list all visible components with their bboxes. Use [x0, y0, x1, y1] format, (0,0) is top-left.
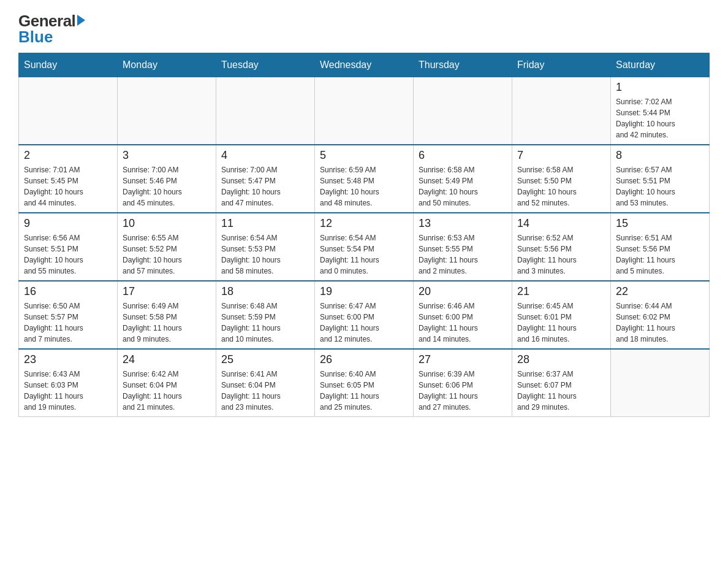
- day-info: Sunrise: 6:43 AM Sunset: 6:03 PM Dayligh…: [24, 369, 112, 413]
- calendar-table: SundayMondayTuesdayWednesdayThursdayFrid…: [18, 53, 710, 417]
- day-number: 28: [517, 353, 605, 366]
- calendar-cell: 9Sunrise: 6:56 AM Sunset: 5:51 PM Daylig…: [19, 213, 118, 281]
- day-number: 6: [419, 149, 507, 162]
- day-info: Sunrise: 6:49 AM Sunset: 5:58 PM Dayligh…: [123, 301, 211, 345]
- calendar-header-saturday: Saturday: [611, 53, 710, 77]
- calendar-cell: 2Sunrise: 7:01 AM Sunset: 5:45 PM Daylig…: [19, 145, 118, 213]
- calendar-week-row: 1Sunrise: 7:02 AM Sunset: 5:44 PM Daylig…: [19, 77, 710, 145]
- day-info: Sunrise: 6:55 AM Sunset: 5:52 PM Dayligh…: [123, 232, 211, 277]
- calendar-header-monday: Monday: [118, 53, 216, 77]
- day-info: Sunrise: 6:39 AM Sunset: 6:06 PM Dayligh…: [419, 369, 507, 413]
- calendar-cell: [216, 77, 315, 145]
- calendar-week-row: 9Sunrise: 6:56 AM Sunset: 5:51 PM Daylig…: [19, 213, 710, 281]
- day-info: Sunrise: 6:58 AM Sunset: 5:50 PM Dayligh…: [517, 164, 605, 209]
- calendar-cell: 4Sunrise: 7:00 AM Sunset: 5:47 PM Daylig…: [216, 145, 315, 213]
- day-info: Sunrise: 6:59 AM Sunset: 5:48 PM Dayligh…: [320, 164, 408, 209]
- calendar-cell: 20Sunrise: 6:46 AM Sunset: 6:00 PM Dayli…: [414, 281, 512, 349]
- day-info: Sunrise: 7:00 AM Sunset: 5:46 PM Dayligh…: [123, 164, 211, 209]
- calendar-cell: 23Sunrise: 6:43 AM Sunset: 6:03 PM Dayli…: [19, 349, 118, 417]
- calendar-cell: 8Sunrise: 6:57 AM Sunset: 5:51 PM Daylig…: [611, 145, 710, 213]
- day-info: Sunrise: 6:58 AM Sunset: 5:49 PM Dayligh…: [419, 164, 507, 209]
- day-number: 3: [123, 149, 211, 162]
- calendar-week-row: 16Sunrise: 6:50 AM Sunset: 5:57 PM Dayli…: [19, 281, 710, 349]
- calendar-cell: [414, 77, 512, 145]
- day-number: 4: [221, 149, 309, 162]
- calendar-cell: 1Sunrise: 7:02 AM Sunset: 5:44 PM Daylig…: [611, 77, 710, 145]
- day-number: 22: [616, 285, 704, 298]
- day-info: Sunrise: 6:51 AM Sunset: 5:56 PM Dayligh…: [616, 232, 704, 277]
- calendar-cell: 17Sunrise: 6:49 AM Sunset: 5:58 PM Dayli…: [118, 281, 216, 349]
- calendar-cell: 25Sunrise: 6:41 AM Sunset: 6:04 PM Dayli…: [216, 349, 315, 417]
- calendar-cell: 26Sunrise: 6:40 AM Sunset: 6:05 PM Dayli…: [315, 349, 414, 417]
- day-number: 9: [24, 217, 112, 230]
- day-number: 24: [123, 353, 211, 366]
- calendar-cell: 5Sunrise: 6:59 AM Sunset: 5:48 PM Daylig…: [315, 145, 414, 213]
- calendar-cell: 27Sunrise: 6:39 AM Sunset: 6:06 PM Dayli…: [414, 349, 512, 417]
- calendar-cell: 3Sunrise: 7:00 AM Sunset: 5:46 PM Daylig…: [118, 145, 216, 213]
- calendar-cell: [512, 77, 611, 145]
- day-info: Sunrise: 6:54 AM Sunset: 5:54 PM Dayligh…: [320, 232, 408, 277]
- day-info: Sunrise: 6:40 AM Sunset: 6:05 PM Dayligh…: [320, 369, 408, 413]
- calendar-cell: 16Sunrise: 6:50 AM Sunset: 5:57 PM Dayli…: [19, 281, 118, 349]
- day-number: 25: [221, 353, 309, 366]
- calendar-cell: 19Sunrise: 6:47 AM Sunset: 6:00 PM Dayli…: [315, 281, 414, 349]
- day-info: Sunrise: 6:42 AM Sunset: 6:04 PM Dayligh…: [123, 369, 211, 413]
- calendar-cell: 7Sunrise: 6:58 AM Sunset: 5:50 PM Daylig…: [512, 145, 611, 213]
- calendar-cell: [118, 77, 216, 145]
- calendar-cell: 28Sunrise: 6:37 AM Sunset: 6:07 PM Dayli…: [512, 349, 611, 417]
- day-info: Sunrise: 6:54 AM Sunset: 5:53 PM Dayligh…: [221, 232, 309, 277]
- logo-blue-text: Blue: [18, 28, 53, 47]
- day-info: Sunrise: 7:02 AM Sunset: 5:44 PM Dayligh…: [616, 96, 704, 140]
- day-number: 21: [517, 285, 605, 298]
- calendar-cell: 13Sunrise: 6:53 AM Sunset: 5:55 PM Dayli…: [414, 213, 512, 281]
- calendar-header-thursday: Thursday: [414, 53, 512, 77]
- day-info: Sunrise: 6:46 AM Sunset: 6:00 PM Dayligh…: [419, 301, 507, 345]
- day-number: 5: [320, 149, 408, 162]
- calendar-cell: [611, 349, 710, 417]
- day-number: 10: [123, 217, 211, 230]
- calendar-header-row: SundayMondayTuesdayWednesdayThursdayFrid…: [19, 53, 710, 77]
- day-number: 11: [221, 217, 309, 230]
- day-info: Sunrise: 6:37 AM Sunset: 6:07 PM Dayligh…: [517, 369, 605, 413]
- calendar-cell: 10Sunrise: 6:55 AM Sunset: 5:52 PM Dayli…: [118, 213, 216, 281]
- day-info: Sunrise: 6:52 AM Sunset: 5:56 PM Dayligh…: [517, 232, 605, 277]
- logo: General Blue: [18, 12, 85, 47]
- day-number: 7: [517, 149, 605, 162]
- calendar-cell: 14Sunrise: 6:52 AM Sunset: 5:56 PM Dayli…: [512, 213, 611, 281]
- calendar-cell: [19, 77, 118, 145]
- day-number: 1: [616, 81, 704, 94]
- day-info: Sunrise: 6:41 AM Sunset: 6:04 PM Dayligh…: [221, 369, 309, 413]
- day-number: 16: [24, 285, 112, 298]
- calendar-header-tuesday: Tuesday: [216, 53, 315, 77]
- day-info: Sunrise: 6:48 AM Sunset: 5:59 PM Dayligh…: [221, 301, 309, 345]
- calendar-cell: 6Sunrise: 6:58 AM Sunset: 5:49 PM Daylig…: [414, 145, 512, 213]
- calendar-cell: 15Sunrise: 6:51 AM Sunset: 5:56 PM Dayli…: [611, 213, 710, 281]
- day-number: 2: [24, 149, 112, 162]
- calendar-header-sunday: Sunday: [19, 53, 118, 77]
- day-number: 12: [320, 217, 408, 230]
- calendar-header-friday: Friday: [512, 53, 611, 77]
- day-number: 27: [419, 353, 507, 366]
- calendar-cell: [315, 77, 414, 145]
- day-info: Sunrise: 6:44 AM Sunset: 6:02 PM Dayligh…: [616, 301, 704, 345]
- calendar-week-row: 23Sunrise: 6:43 AM Sunset: 6:03 PM Dayli…: [19, 349, 710, 417]
- page-header: General Blue: [18, 12, 710, 47]
- calendar-cell: 22Sunrise: 6:44 AM Sunset: 6:02 PM Dayli…: [611, 281, 710, 349]
- day-number: 13: [419, 217, 507, 230]
- calendar-cell: 21Sunrise: 6:45 AM Sunset: 6:01 PM Dayli…: [512, 281, 611, 349]
- calendar-cell: 24Sunrise: 6:42 AM Sunset: 6:04 PM Dayli…: [118, 349, 216, 417]
- calendar-cell: 12Sunrise: 6:54 AM Sunset: 5:54 PM Dayli…: [315, 213, 414, 281]
- day-number: 18: [221, 285, 309, 298]
- day-info: Sunrise: 6:45 AM Sunset: 6:01 PM Dayligh…: [517, 301, 605, 345]
- calendar-cell: 18Sunrise: 6:48 AM Sunset: 5:59 PM Dayli…: [216, 281, 315, 349]
- day-number: 17: [123, 285, 211, 298]
- day-info: Sunrise: 7:00 AM Sunset: 5:47 PM Dayligh…: [221, 164, 309, 209]
- day-number: 19: [320, 285, 408, 298]
- day-info: Sunrise: 6:50 AM Sunset: 5:57 PM Dayligh…: [24, 301, 112, 345]
- day-number: 14: [517, 217, 605, 230]
- day-number: 26: [320, 353, 408, 366]
- day-number: 15: [616, 217, 704, 230]
- day-number: 20: [419, 285, 507, 298]
- day-info: Sunrise: 6:47 AM Sunset: 6:00 PM Dayligh…: [320, 301, 408, 345]
- logo-triangle-icon: [77, 15, 85, 26]
